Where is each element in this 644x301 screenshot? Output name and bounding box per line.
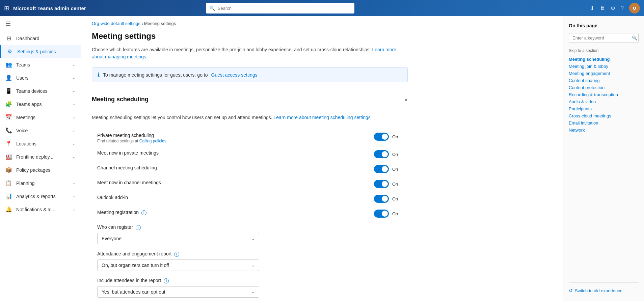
teams-apps-icon: 🧩 [5, 101, 12, 107]
nav-network[interactable]: Network [569, 127, 639, 134]
chevron-down-icon: ⌄ [72, 89, 75, 93]
breadcrumb-current: Meeting settings [144, 21, 176, 26]
setting-label-col: Meet now in channel meetings [97, 180, 369, 185]
locations-icon: 📍 [5, 140, 12, 147]
include-attendees-dropdown[interactable]: Yes, but attendees can opt out ⌄ [97, 286, 259, 298]
meet-now-channel-toggle[interactable] [374, 180, 389, 188]
setting-row-include-attendees: Include attendees in the report i Yes, b… [92, 274, 408, 301]
scheduling-learn-more-link[interactable]: Learn more about meeting scheduling sett… [274, 115, 371, 120]
setting-row-meeting-registration: Meeting registration i On [92, 206, 408, 221]
users-icon: 👤 [5, 75, 12, 81]
info-circle-icon: ℹ [98, 72, 100, 78]
download-icon[interactable]: ⬇ [590, 5, 594, 11]
nav-email-invitation[interactable]: Email invitation [569, 119, 639, 127]
search-input[interactable] [218, 6, 351, 11]
setting-label-col: Meeting registration i [97, 210, 369, 215]
outlook-addin-toggle[interactable] [374, 195, 389, 203]
nav-content-sharing[interactable]: Content sharing [569, 77, 639, 84]
settings-icon[interactable]: ⚙ [611, 5, 615, 11]
setting-label: Meet now in channel meetings [97, 180, 369, 185]
chevron-down-icon: ⌄ [72, 102, 75, 106]
meeting-registration-toggle[interactable] [374, 210, 389, 218]
sidebar-item-planning[interactable]: 📋 Planning ⌄ [0, 176, 81, 190]
info-circle-icon[interactable]: i [174, 252, 179, 257]
attendance-dropdown[interactable]: On, but organizers can turn it off ⌄ [97, 259, 259, 271]
dropdown-value: Everyone [102, 236, 122, 241]
chevron-down-icon: ⌄ [72, 155, 75, 159]
info-banner-text: To manage meeting settings for guest use… [103, 72, 208, 78]
nav-content-protection[interactable]: Content protection [569, 84, 639, 91]
avatar[interactable]: U [629, 3, 640, 13]
nav-meeting-scheduling[interactable]: Meeting scheduling [569, 56, 639, 63]
switch-old-label: Switch to old experience [575, 288, 622, 293]
info-circle-icon[interactable]: i [164, 278, 169, 283]
sidebar-item-locations[interactable]: 📍 Locations ⌄ [0, 137, 81, 150]
chevron-down-icon: ⌄ [251, 263, 255, 268]
right-panel-inner: On this page 🔍 Skip to a section Meeting… [569, 23, 639, 294]
sidebar-toggle[interactable]: ☰ [0, 16, 81, 32]
setting-control: On [374, 165, 408, 173]
learn-more-link[interactable]: Learn more about managing meetings [92, 47, 396, 59]
keyword-search[interactable]: 🔍 [569, 33, 639, 43]
calling-policies-link[interactable]: Calling policies [139, 139, 166, 143]
sidebar-label: Policy packages [16, 167, 75, 173]
breadcrumb-parent[interactable]: Org-wide default settings [92, 21, 140, 26]
sidebar-item-meetings[interactable]: 📅 Meetings ⌄ [0, 111, 81, 124]
chevron-down-icon: ⌄ [251, 236, 255, 241]
guest-access-link[interactable]: Guest access settings [211, 72, 258, 78]
sidebar-item-notifications[interactable]: 🔔 Notifications & al... ⌄ [0, 203, 81, 216]
sidebar-item-policy-packages[interactable]: 📦 Policy packages [0, 163, 81, 176]
sidebar-item-voice[interactable]: 📞 Voice ⌄ [0, 124, 81, 137]
help-icon[interactable]: ? [621, 5, 624, 11]
nav-meeting-join-lobby[interactable]: Meeting join & lobby [569, 63, 639, 70]
sidebar-item-teams[interactable]: 👥 Teams ⌄ [0, 58, 81, 71]
sidebar-label: Teams apps [16, 102, 68, 107]
topbar: ⊞ Microsoft Teams admin center 🔍 ⬇ 🖥 ⚙ ?… [0, 0, 644, 16]
setting-control: On [374, 210, 408, 218]
sidebar-item-analytics-reports[interactable]: 📊 Analytics & reports ⌄ [0, 190, 81, 203]
section-description: Meeting scheduling settings let you cont… [92, 114, 408, 121]
section-header[interactable]: Meeting scheduling ∧ [92, 92, 408, 107]
sidebar-item-users[interactable]: 👤 Users ⌄ [0, 71, 81, 84]
notifications-icon: 🔔 [5, 206, 12, 213]
nav-participants[interactable]: Participants [569, 105, 639, 112]
nav-cross-cloud-meetings[interactable]: Cross-cloud meetings [569, 112, 639, 119]
app-title: Microsoft Teams admin center [13, 5, 86, 11]
switch-old-experience[interactable]: ↺ Switch to old experience [569, 287, 639, 294]
nav-meeting-engagement[interactable]: Meeting engagement [569, 70, 639, 77]
dashboard-icon: ⊞ [5, 35, 12, 42]
sidebar-item-dashboard[interactable]: ⊞ Dashboard [0, 32, 81, 45]
setting-control: On [374, 195, 408, 203]
skip-label: Skip to a section [569, 48, 639, 53]
info-circle-icon[interactable]: i [141, 210, 146, 215]
sidebar-item-frontline-deploy[interactable]: 🏭 Frontline deploy... ⌄ [0, 150, 81, 163]
grid-icon[interactable]: ⊞ [4, 4, 9, 12]
sidebar-item-settings-policies[interactable]: ⚙ Settings & policies [0, 45, 81, 58]
search-bar[interactable]: 🔍 [206, 3, 354, 13]
sidebar-label: Notifications & al... [16, 207, 68, 212]
meet-now-private-toggle[interactable] [374, 150, 389, 158]
setting-label: Who can register i [97, 224, 141, 230]
info-banner: ℹ To manage meeting settings for guest u… [92, 67, 408, 82]
private-meeting-toggle[interactable] [374, 133, 389, 141]
setting-label-col: Private meeting scheduling Find related … [97, 133, 369, 143]
monitor-icon[interactable]: 🖥 [600, 5, 605, 11]
sidebar-label: Settings & policies [17, 49, 75, 54]
nav-recording-transcription[interactable]: Recording & transcription [569, 91, 639, 98]
search-icon: 🔍 [209, 5, 215, 11]
meetings-icon: 📅 [5, 114, 12, 120]
sidebar-item-teams-apps[interactable]: 🧩 Teams apps ⌄ [0, 98, 81, 111]
section-collapse-icon: ∧ [404, 97, 408, 102]
setting-row-attendance: Attendance and engagement report i On, b… [92, 248, 408, 274]
setting-label: Meet now in private meetings [97, 150, 369, 156]
nav-audio-video[interactable]: Audio & video [569, 98, 639, 105]
who-can-register-dropdown[interactable]: Everyone ⌄ [97, 233, 259, 244]
dropdown-value: Yes, but attendees can opt out [102, 289, 165, 295]
policy-packages-icon: 📦 [5, 167, 12, 173]
info-circle-icon[interactable]: i [136, 225, 141, 230]
breadcrumb: Org-wide default settings \ Meeting sett… [81, 16, 563, 29]
keyword-input[interactable] [572, 35, 629, 40]
sidebar-item-teams-devices[interactable]: 📱 Teams devices ⌄ [0, 84, 81, 98]
channel-meeting-toggle[interactable] [374, 165, 389, 173]
setting-row-meet-now-channel: Meet now in channel meetings On [92, 176, 408, 191]
